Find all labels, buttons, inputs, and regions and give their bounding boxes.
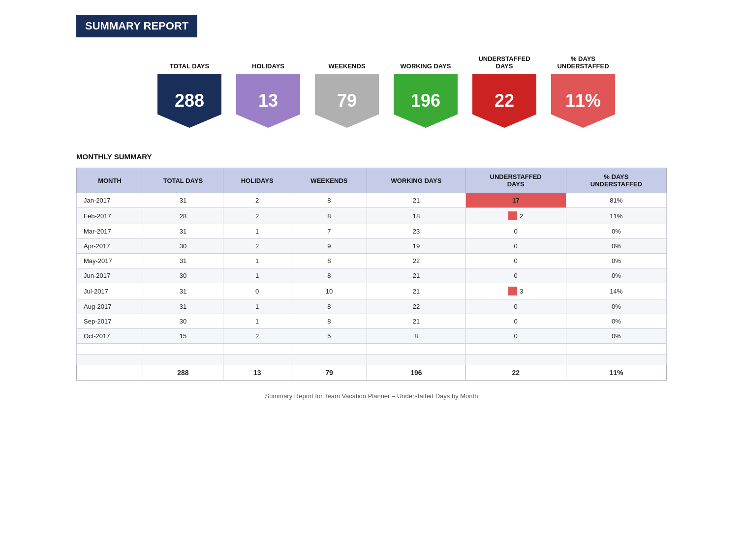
table-row: Aug-201731182200% (77, 299, 667, 314)
badge-weekends-label: WEEKENDS (328, 52, 365, 70)
cell-working: 21 (367, 268, 465, 283)
col-header-pct-understaffed: % DAYSUNDERSTAFFED (566, 168, 666, 193)
cell-pct: 14% (566, 283, 666, 299)
total-understaffed: 22 (465, 365, 566, 381)
table-total-row: 288 13 79 196 22 11% (77, 365, 667, 381)
cell-weekends: 8 (291, 314, 367, 329)
col-header-total-days: TOTAL DAYS (143, 168, 223, 193)
table-row: Mar-201731172300% (77, 224, 667, 239)
cell-month: Apr-2017 (77, 239, 143, 254)
badge-working-days: WORKING DAYS 196 (386, 52, 465, 128)
cell-weekends: 8 (291, 193, 367, 208)
table-row: Oct-20171525800% (77, 329, 667, 344)
badge-holidays: HOLIDAYS 13 (229, 52, 308, 128)
badges-row: TOTAL DAYS 288 HOLIDAYS 13 WEEKENDS 79 W… (150, 52, 667, 128)
total-total-days: 288 (143, 365, 223, 381)
total-pct: 11% (566, 365, 666, 381)
cell-understaffed: 0 (465, 314, 566, 329)
cell-holidays: 2 (223, 208, 291, 224)
cell-total: 15 (143, 329, 223, 344)
cell-holidays: 1 (223, 254, 291, 268)
table-row: Jun-201730182100% (77, 268, 667, 283)
table-row: Feb-2017282818211% (77, 208, 667, 224)
empty-row-2 (77, 354, 667, 365)
cell-understaffed: 3 (465, 283, 566, 299)
cell-understaffed: 0 (465, 329, 566, 344)
cell-working: 8 (367, 329, 465, 344)
badge-working-days-label: WORKING DAYS (401, 52, 451, 70)
col-header-holidays: HOLIDAYS (223, 168, 291, 193)
cell-working: 18 (367, 208, 465, 224)
badge-working-days-value: 196 (394, 74, 458, 128)
cell-working: 23 (367, 224, 465, 239)
cell-holidays: 2 (223, 239, 291, 254)
cell-pct: 0% (566, 314, 666, 329)
cell-understaffed: 0 (465, 224, 566, 239)
badge-holidays-value: 13 (236, 74, 300, 128)
cell-total: 31 (143, 224, 223, 239)
cell-total: 30 (143, 239, 223, 254)
cell-understaffed: 0 (465, 254, 566, 268)
cell-pct: 0% (566, 254, 666, 268)
cell-weekends: 9 (291, 239, 367, 254)
table-row: Jan-20173128211781% (77, 193, 667, 208)
cell-weekends: 10 (291, 283, 367, 299)
cell-weekends: 8 (291, 268, 367, 283)
badge-holidays-label: HOLIDAYS (252, 52, 284, 70)
total-holidays: 13 (223, 365, 291, 381)
cell-month: Jul-2017 (77, 283, 143, 299)
table-header-row: MONTH TOTAL DAYS HOLIDAYS WEEKENDS WORKI… (77, 168, 667, 193)
monthly-summary-table: MONTH TOTAL DAYS HOLIDAYS WEEKENDS WORKI… (76, 168, 667, 381)
table-row: Apr-201730291900% (77, 239, 667, 254)
monthly-summary-title: MONTHLY SUMMARY (76, 152, 667, 161)
cell-working: 22 (367, 299, 465, 314)
cell-understaffed: 0 (465, 268, 566, 283)
table-row: Sep-201730182100% (77, 314, 667, 329)
cell-total: 30 (143, 268, 223, 283)
cell-understaffed: 2 (465, 208, 566, 224)
badge-total-days: TOTAL DAYS 288 (150, 52, 229, 128)
cell-month: Jan-2017 (77, 193, 143, 208)
cell-understaffed: 0 (465, 239, 566, 254)
cell-total: 31 (143, 299, 223, 314)
cell-total: 31 (143, 193, 223, 208)
cell-total: 28 (143, 208, 223, 224)
cell-working: 22 (367, 254, 465, 268)
cell-pct: 11% (566, 208, 666, 224)
red-indicator (508, 287, 517, 295)
cell-pct: 0% (566, 224, 666, 239)
cell-holidays: 1 (223, 224, 291, 239)
cell-month: Oct-2017 (77, 329, 143, 344)
col-header-month: MONTH (77, 168, 143, 193)
cell-working: 21 (367, 193, 465, 208)
cell-understaffed: 0 (465, 299, 566, 314)
col-header-weekends: WEEKENDS (291, 168, 367, 193)
cell-weekends: 8 (291, 299, 367, 314)
cell-month: Feb-2017 (77, 208, 143, 224)
badge-pct-understaffed-label: % DAYS UNDERSTAFFED (557, 52, 609, 70)
badge-understaffed-days: UNDERSTAFFED DAYS 22 (465, 52, 544, 128)
empty-row-1 (77, 344, 667, 354)
red-indicator (508, 211, 517, 220)
page: SUMMARY REPORT TOTAL DAYS 288 HOLIDAYS 1… (76, 15, 667, 400)
badge-total-days-label: TOTAL DAYS (170, 52, 209, 70)
page-title: SUMMARY REPORT (76, 15, 197, 37)
cell-pct: 81% (566, 193, 666, 208)
cell-total: 31 (143, 254, 223, 268)
badge-understaffed-days-value: 22 (472, 74, 536, 128)
footer-caption: Summary Report for Team Vacation Planner… (76, 392, 667, 400)
cell-pct: 0% (566, 329, 666, 344)
cell-pct: 0% (566, 299, 666, 314)
cell-month: Jun-2017 (77, 268, 143, 283)
table-row: Jul-20173101021314% (77, 283, 667, 299)
cell-weekends: 8 (291, 254, 367, 268)
cell-month: Mar-2017 (77, 224, 143, 239)
cell-month: Sep-2017 (77, 314, 143, 329)
cell-working: 19 (367, 239, 465, 254)
cell-month: Aug-2017 (77, 299, 143, 314)
cell-holidays: 2 (223, 193, 291, 208)
total-working: 196 (367, 365, 465, 381)
cell-month: May-2017 (77, 254, 143, 268)
cell-pct: 0% (566, 268, 666, 283)
col-header-understaffed-days: UNDERSTAFFEDDAYS (465, 168, 566, 193)
